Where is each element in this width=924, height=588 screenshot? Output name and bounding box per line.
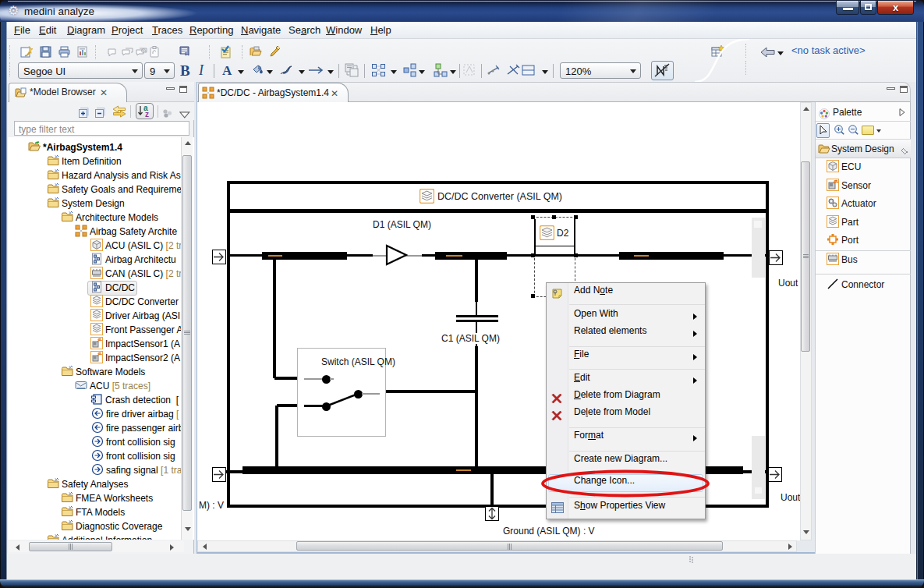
svg-text:z: z [145, 110, 149, 119]
